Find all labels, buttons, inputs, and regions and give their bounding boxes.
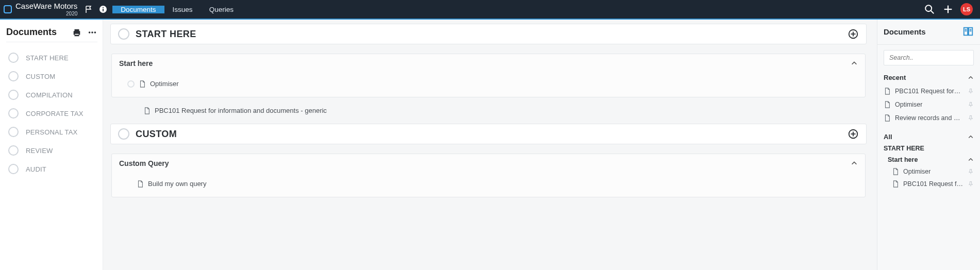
sidebar-header: Documents <box>6 27 97 38</box>
all-folder-label: START HERE <box>884 145 924 152</box>
svg-point-9 <box>91 31 93 33</box>
all-item-label: Optimiser <box>903 168 931 175</box>
svg-line-5 <box>931 11 934 14</box>
right-panel-title: Documents <box>884 27 926 36</box>
main-content: START HERE Start here <box>103 20 877 270</box>
brand-icon[interactable] <box>0 5 15 13</box>
recent-title-label: Recent <box>884 74 906 81</box>
section-body: Start here Optimiser <box>110 54 867 124</box>
tab-issues[interactable]: Issues <box>164 6 201 13</box>
document-icon <box>884 88 891 95</box>
document-row[interactable]: Build my own query <box>112 176 865 192</box>
svg-point-4 <box>925 5 932 11</box>
flag-icon[interactable] <box>81 5 96 13</box>
sidebar-item-label: AUDIT <box>26 165 46 173</box>
pin-icon[interactable] <box>968 115 974 121</box>
svg-rect-0 <box>4 6 11 13</box>
all-item[interactable]: Optimiser <box>884 165 974 178</box>
sidebar-item-label: COMPILATION <box>26 91 73 99</box>
all-item-label: PBC101 Request for inf… <box>903 180 964 188</box>
tab-queries[interactable]: Queries <box>201 6 242 13</box>
sidebar-item-label: START HERE <box>26 54 69 62</box>
tab-documents[interactable]: Documents <box>112 6 164 13</box>
info-icon[interactable] <box>96 5 110 13</box>
section-add-icon[interactable] <box>848 128 859 140</box>
pin-icon[interactable] <box>968 102 974 108</box>
svg-point-3 <box>103 7 104 8</box>
engagement-year: 2020 <box>15 11 77 16</box>
all-subfolder-toggle[interactable]: Start here <box>888 156 974 163</box>
panel-toggle-icon[interactable] <box>962 26 974 37</box>
sidebar-divider <box>6 42 97 42</box>
pin-icon[interactable] <box>968 181 974 187</box>
status-circle-icon <box>127 80 135 88</box>
chevron-up-icon <box>851 160 858 167</box>
sidebar-item-personal-tax[interactable]: PERSONAL TAX <box>6 123 97 141</box>
document-row[interactable]: PBC101 Request for information and docum… <box>111 97 866 124</box>
add-icon[interactable] <box>942 3 954 15</box>
right-panel: Documents Recent PBC101 Request for inf…… <box>877 20 980 270</box>
print-icon[interactable] <box>72 27 82 38</box>
pin-icon[interactable] <box>968 88 974 94</box>
document-label: PBC101 Request for information and docum… <box>155 107 327 114</box>
top-bar: CaseWare Motors 2020 Documents Issues Qu… <box>0 0 980 19</box>
status-circle-icon <box>8 127 19 137</box>
svg-point-10 <box>94 31 96 33</box>
status-circle-icon <box>8 108 19 119</box>
sidebar-item-start-here[interactable]: START HERE <box>6 48 97 67</box>
document-icon <box>143 107 151 114</box>
recent-item[interactable]: Review records and doc… <box>884 111 974 125</box>
tab-label: Queries <box>209 6 234 13</box>
topbar-left: CaseWare Motors 2020 Documents Issues Qu… <box>0 0 242 19</box>
svg-rect-2 <box>103 9 104 11</box>
user-avatar[interactable]: LS <box>960 3 973 15</box>
recent-item-label: Optimiser <box>895 101 922 108</box>
sidebar-item-label: CUSTOM <box>26 73 55 80</box>
pin-icon[interactable] <box>968 168 974 175</box>
sidebar-item-compilation[interactable]: COMPILATION <box>6 86 97 104</box>
section-start-here: START HERE <box>110 24 867 44</box>
folder-header[interactable]: Start here <box>112 54 865 73</box>
all-folder-toggle[interactable]: START HERE <box>884 145 974 152</box>
folder-body: Build my own query <box>112 173 865 197</box>
recent-item[interactable]: PBC101 Request for inf… <box>884 85 974 98</box>
all-toggle[interactable]: All <box>884 133 974 141</box>
document-icon <box>892 180 899 188</box>
engagement-name: CaseWare Motors <box>15 2 77 11</box>
svg-point-8 <box>89 31 91 33</box>
folder-title: Custom Query <box>119 159 169 167</box>
sidebar-item-label: REVIEW <box>26 147 53 155</box>
recent-toggle[interactable]: Recent <box>884 74 974 81</box>
all-item[interactable]: PBC101 Request for inf… <box>884 178 974 190</box>
search-input[interactable] <box>884 50 974 65</box>
avatar-initials: LS <box>963 6 970 12</box>
search-icon[interactable] <box>923 3 936 15</box>
status-circle-icon <box>8 53 19 63</box>
document-icon <box>884 101 891 108</box>
sidebar-item-corporate-tax[interactable]: CORPORATE TAX <box>6 104 97 123</box>
document-label: Optimiser <box>150 80 179 88</box>
document-row[interactable]: Optimiser <box>112 76 865 92</box>
more-icon[interactable] <box>87 27 97 38</box>
document-icon <box>137 180 144 188</box>
recent-item[interactable]: Optimiser <box>884 98 974 111</box>
sidebar-item-audit[interactable]: AUDIT <box>6 160 97 178</box>
engagement-block[interactable]: CaseWare Motors 2020 <box>15 2 81 16</box>
folder-custom-query: Custom Query Build my own query <box>111 154 866 197</box>
chevron-up-icon <box>968 134 974 140</box>
sidebar-item-custom[interactable]: CUSTOM <box>6 67 97 86</box>
left-sidebar: Documents START HERE CUSTOM COMPILATION … <box>0 20 103 270</box>
document-icon <box>884 114 891 122</box>
layout: Documents START HERE CUSTOM COMPILATION … <box>0 20 980 270</box>
recent-item-label: PBC101 Request for inf… <box>895 88 962 95</box>
tab-label: Documents <box>121 6 156 13</box>
folder-header[interactable]: Custom Query <box>112 154 865 173</box>
section-add-icon[interactable] <box>848 28 859 40</box>
right-panel-header: Documents <box>884 26 974 37</box>
section-header: CUSTOM <box>111 124 866 144</box>
sidebar-item-review[interactable]: REVIEW <box>6 141 97 160</box>
sidebar-actions <box>72 27 97 38</box>
tab-label: Issues <box>173 6 193 13</box>
recent-item-label: Review records and doc… <box>895 114 962 122</box>
status-circle-icon <box>118 28 129 40</box>
